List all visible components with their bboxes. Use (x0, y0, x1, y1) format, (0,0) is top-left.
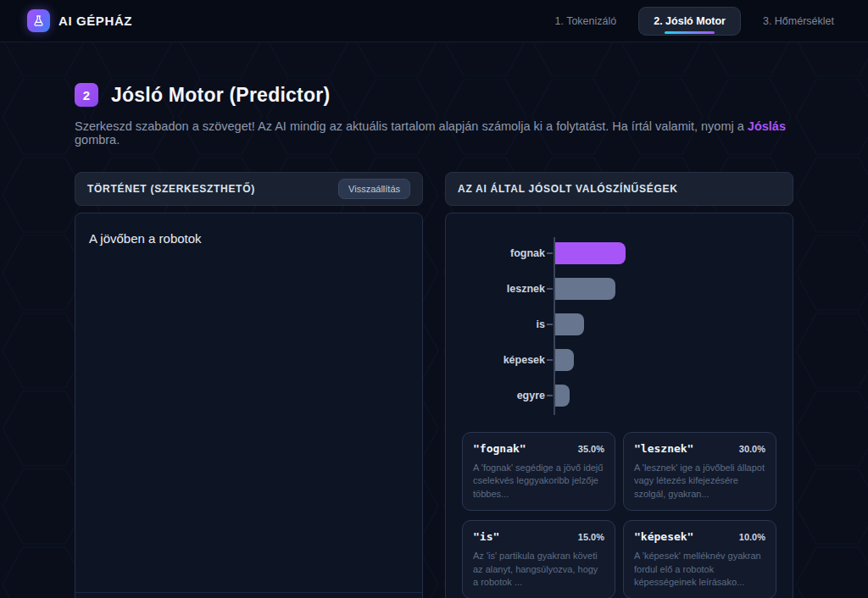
chart-tick-label: is (459, 318, 554, 330)
chart-y-axis (554, 237, 555, 415)
prediction-card-lesznek[interactable]: "lesznek" 30.0% A 'lesznek' ige a jövőbe… (623, 432, 776, 511)
card-description: A 'lesznek' ige a jövőbeli állapot vagy … (634, 462, 765, 501)
tab-joslo-motor[interactable]: 2. Jósló Motor (638, 7, 741, 36)
prediction-card-fognak[interactable]: "fognak" 35.0% A 'fognak' segédige a jöv… (462, 432, 615, 511)
prediction-panel-body: fognak lesznek is képesek (445, 213, 793, 598)
card-description: A 'fognak' segédige a jövő idejű cselekv… (473, 462, 604, 501)
story-editor-textarea[interactable]: A jövőben a robotok (75, 213, 422, 593)
reset-button[interactable]: Visszaállítás (338, 179, 410, 199)
prediction-cards-grid: "fognak" 35.0% A 'fognak' segédige a jöv… (446, 432, 793, 598)
subtitle-highlight-joslas: Jóslás (748, 119, 786, 133)
chart-tick-label: lesznek (459, 283, 554, 295)
tab-joslo-motor-label: 2. Jósló Motor (654, 15, 726, 27)
tab-tokenizalo[interactable]: 1. Tokenizáló (554, 15, 616, 27)
prediction-panel-header: AZ AI ÁLTAL JÓSOLT VALÓSZÍNŰSÉGEK (445, 172, 793, 206)
subtitle-text-before: Szerkeszd szabadon a szöveget! Az AI min… (75, 119, 748, 133)
prediction-card-kepesek[interactable]: "képesek" 10.0% A 'képesek' melléknév gy… (623, 520, 776, 598)
prediction-panel: AZ AI ÁLTAL JÓSOLT VALÓSZÍNŰSÉGEK fognak… (445, 172, 793, 598)
card-description: Az 'is' partikula gyakran követi az alan… (473, 550, 604, 589)
flask-icon (32, 14, 45, 27)
prediction-panel-title: AZ AI ÁLTAL JÓSOLT VALÓSZÍNŰSÉGEK (458, 183, 678, 195)
card-description: A 'képesek' melléknév gyakran fordul elő… (634, 550, 765, 589)
panels-row: TÖRTÉNET (SZERKESZTHETŐ) Visszaállítás A… (75, 172, 793, 598)
chart-row: egyre (459, 385, 779, 407)
chart-row: is (459, 313, 779, 335)
tab-homerseklet[interactable]: 3. Hőmérséklet (763, 15, 834, 27)
story-panel-header: TÖRTÉNET (SZERKESZTHETŐ) Visszaállítás (75, 172, 423, 206)
card-top: "fognak" 35.0% (473, 442, 604, 455)
step-number-badge: 2 (75, 83, 98, 107)
chart-bar-kepesek (554, 349, 574, 371)
active-tab-underline (665, 31, 715, 34)
chart-bar-is (554, 313, 584, 335)
card-probability: 30.0% (739, 444, 765, 454)
chart-row: képesek (459, 349, 779, 371)
chart-tick-label: képesek (459, 354, 554, 366)
page-title: Jósló Motor (Predictor) (111, 84, 330, 107)
story-panel: TÖRTÉNET (SZERKESZTHETŐ) Visszaállítás A… (75, 172, 423, 598)
story-panel-title: TÖRTÉNET (SZERKESZTHETŐ) (87, 183, 255, 195)
chart-row: fognak (459, 242, 779, 264)
chart-bar-lesznek (554, 278, 615, 300)
chart-row: lesznek (459, 278, 779, 300)
top-bar: AI GÉPHÁZ 1. Tokenizáló 2. Jósló Motor 3… (0, 0, 868, 42)
flask-logo (27, 9, 50, 32)
card-probability: 35.0% (578, 444, 604, 454)
card-probability: 15.0% (578, 532, 604, 542)
card-top: "lesznek" 30.0% (634, 442, 765, 455)
chart-tick-label: fognak (459, 247, 554, 259)
card-probability: 10.0% (739, 532, 765, 542)
main-content: 2 Jósló Motor (Predictor) Szerkeszd szab… (75, 42, 793, 598)
card-word: "fognak" (473, 442, 526, 455)
page-subtitle: Szerkeszd szabadon a szöveget! Az AI min… (75, 119, 793, 147)
chart-bar-fognak (554, 242, 626, 264)
story-panel-body: A jövőben a robotok Jóslás (75, 213, 423, 598)
card-top: "képesek" 10.0% (634, 530, 765, 543)
main-nav: 1. Tokenizáló 2. Jósló Motor 3. Hőmérsék… (554, 7, 834, 36)
card-word: "is" (473, 530, 499, 543)
chart-bar-egyre (554, 385, 570, 407)
page-header: 2 Jósló Motor (Predictor) (75, 83, 793, 107)
app-title: AI GÉPHÁZ (58, 14, 132, 28)
card-top: "is" 15.0% (473, 530, 604, 543)
chart-tick-label: egyre (459, 390, 554, 401)
subtitle-text-after: gombra. (75, 133, 120, 147)
brand: AI GÉPHÁZ (27, 9, 132, 32)
card-word: "lesznek" (634, 442, 693, 455)
card-word: "képesek" (634, 530, 693, 543)
editor-footer: Jóslás (75, 593, 422, 598)
prediction-card-is[interactable]: "is" 15.0% Az 'is' partikula gyakran köv… (462, 520, 615, 598)
probability-bar-chart: fognak lesznek is képesek (446, 213, 793, 407)
